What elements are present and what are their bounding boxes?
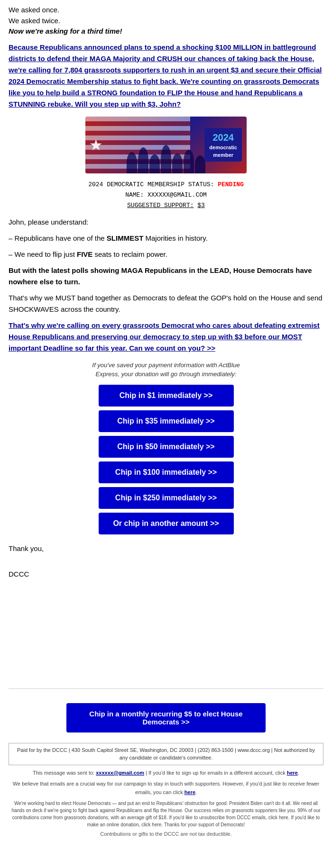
- card-year: 2024: [209, 131, 237, 144]
- fine-print-1: This message was sent to: xxxxxx@gmail.c…: [9, 769, 323, 778]
- donate-btn-250[interactable]: Chip in $250 immediately >>: [99, 487, 234, 509]
- membership-info: 2024 DEMOCRATIC MEMBERSHIP STATUS: PENDI…: [9, 180, 323, 211]
- intro-line3: Now we're asking for a third time!: [9, 27, 122, 35]
- suggested-value: $3: [197, 202, 205, 209]
- paid-for-box: Paid for by the DCCC | 430 South Capitol…: [9, 743, 323, 765]
- body-p2: – Republicans have one of the SLIMMEST M…: [9, 233, 323, 244]
- donate-btn-1[interactable]: Chip in $1 immediately >>: [99, 385, 234, 407]
- cta-link[interactable]: That's why we're calling on every grassr…: [9, 320, 323, 354]
- fine-print-2: We believe that emails are a crucial way…: [9, 780, 323, 796]
- body-p4: But with the latest polls showing MAGA R…: [9, 265, 323, 288]
- intro-text: We asked once. We asked twice. Now we're…: [9, 5, 323, 37]
- paid-for-text: Paid for by the DCCC | 430 South Capitol…: [17, 747, 315, 761]
- card-label2: member: [209, 152, 237, 159]
- intro-line2: We asked twice.: [9, 17, 60, 25]
- body-p1: John, please understand:: [9, 217, 323, 228]
- card-label: democratic: [209, 144, 237, 151]
- footer-cta-button[interactable]: Chip in a monthly recurring $5 to elect …: [66, 703, 266, 732]
- footer-cta-section: Chip in a monthly recurring $5 to elect …: [9, 698, 323, 739]
- donate-btn-35[interactable]: Chip in $35 immediately >>: [99, 410, 234, 432]
- suggested-label: SUGGESTED SUPPORT:: [127, 202, 194, 209]
- here-link-2[interactable]: here: [184, 789, 195, 795]
- membership-card: ★ 2024 democratic member: [85, 117, 247, 173]
- membership-image-section: ★ 2024 democratic member: [9, 117, 323, 175]
- donation-buttons: Chip in $1 immediately >> Chip in $35 im…: [9, 385, 323, 534]
- fine-print-3: We're working hard to elect House Democr…: [10, 800, 322, 828]
- intro-line1: We asked once.: [9, 6, 59, 14]
- card-inner: 2024 democratic member: [85, 117, 247, 173]
- name-label: NAME:: [125, 191, 144, 199]
- spacer: [9, 584, 323, 679]
- email-link[interactable]: xxxxxx@gmail.com: [96, 770, 144, 776]
- body-p5: That's why we MUST band together as Demo…: [9, 292, 323, 315]
- express-note: If you've saved your payment information…: [9, 361, 323, 379]
- tax-note: Contributions or gifts to the DCCC are n…: [9, 831, 323, 837]
- divider: [9, 688, 323, 689]
- status-label: 2024 DEMOCRATIC MEMBERSHIP STATUS:: [88, 181, 214, 188]
- name-value: XXXXXX@GMAIL.COM: [148, 191, 207, 199]
- status-value: PENDING: [218, 181, 244, 188]
- body-p3: – We need to flip just FIVE seats to rec…: [9, 249, 323, 260]
- card-badge: 2024 democratic member: [204, 128, 242, 162]
- closing-text: Thank you, DCCC: [9, 542, 323, 580]
- donate-btn-100[interactable]: Chip in $100 immediately >>: [99, 461, 234, 483]
- donate-btn-50[interactable]: Chip in $50 immediately >>: [99, 436, 234, 458]
- donate-btn-other[interactable]: Or chip in another amount >>: [99, 513, 234, 534]
- here-link-1[interactable]: here: [287, 770, 298, 776]
- main-appeal-link[interactable]: Because Republicans announced plans to s…: [9, 42, 323, 110]
